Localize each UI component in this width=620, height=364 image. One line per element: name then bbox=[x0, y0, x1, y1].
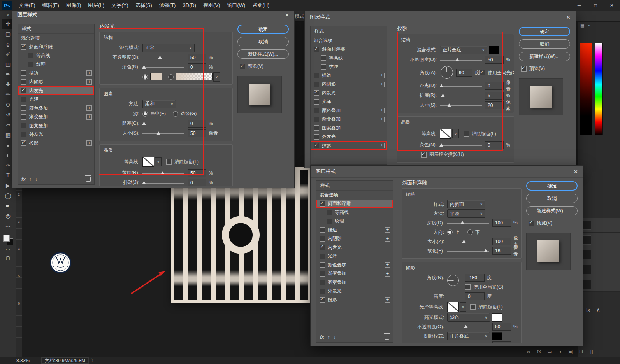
style-checkbox[interactable] bbox=[314, 108, 319, 113]
style-row[interactable]: 外发光 + bbox=[311, 133, 387, 142]
choke-value[interactable]: 0 bbox=[188, 120, 206, 128]
angle-dial[interactable] bbox=[446, 274, 460, 288]
style-row[interactable]: 颜色叠加 + bbox=[311, 106, 387, 115]
contour-picker[interactable] bbox=[142, 157, 154, 167]
direction-down-radio[interactable] bbox=[467, 229, 473, 235]
jitter-slider[interactable] bbox=[142, 180, 184, 186]
style-row[interactable]: 描边 + bbox=[316, 226, 393, 234]
layer-row[interactable] bbox=[578, 262, 620, 277]
add-effect-icon[interactable]: + bbox=[379, 117, 385, 122]
style-checkbox[interactable] bbox=[321, 55, 326, 61]
size-value[interactable]: 50 bbox=[188, 130, 206, 137]
highlight-color-swatch[interactable] bbox=[492, 313, 502, 322]
zoom-tool[interactable]: ◎ bbox=[2, 211, 15, 221]
style-checkbox[interactable] bbox=[320, 245, 325, 250]
opacity-value[interactable]: 50 bbox=[485, 56, 504, 64]
gradient-picker-arrow[interactable]: ∨ bbox=[213, 72, 220, 82]
menu-item[interactable]: 图像(I) bbox=[63, 0, 84, 11]
new-layer-icon[interactable]: ⊞ bbox=[578, 349, 584, 354]
direction-up-radio[interactable] bbox=[447, 229, 453, 235]
move-effect-down-icon[interactable]: ↓ bbox=[35, 177, 37, 182]
style-row[interactable]: 图案叠加 + bbox=[311, 124, 387, 133]
glow-gradient-radio[interactable] bbox=[168, 74, 174, 80]
style-row[interactable]: 内发光 + bbox=[311, 89, 387, 98]
style-checkbox[interactable] bbox=[327, 219, 332, 224]
blend-mode-select[interactable]: 正常∨ bbox=[142, 44, 195, 52]
add-effect-icon[interactable]: + bbox=[86, 79, 92, 85]
ok-button[interactable]: 确定 bbox=[526, 181, 578, 191]
range-slider[interactable] bbox=[142, 170, 184, 176]
blend-mode-select[interactable]: 正片叠底∨ bbox=[440, 46, 487, 54]
style-checkbox[interactable] bbox=[320, 236, 325, 242]
style-checkbox[interactable] bbox=[327, 210, 332, 215]
highlight-mode-select[interactable]: 滤色∨ bbox=[447, 313, 490, 322]
angle-value[interactable]: -180 bbox=[465, 274, 485, 282]
soften-slider[interactable] bbox=[447, 248, 489, 254]
style-checkbox[interactable] bbox=[320, 271, 325, 276]
layer-row[interactable] bbox=[578, 277, 620, 292]
style-row[interactable]: 颜色叠加 + bbox=[18, 104, 94, 113]
style-row[interactable]: 混合选项 + bbox=[316, 191, 393, 200]
cancel-button[interactable]: 取消 bbox=[237, 37, 289, 46]
preview-checkbox[interactable] bbox=[521, 66, 527, 72]
style-row[interactable]: 投影 + bbox=[311, 141, 387, 150]
style-row[interactable]: 斜面和浮雕 + bbox=[316, 200, 393, 208]
add-effect-icon[interactable]: + bbox=[385, 236, 390, 242]
screen-mode-icon[interactable]: ▢ bbox=[2, 254, 15, 262]
style-checkbox[interactable] bbox=[320, 201, 325, 206]
shadow-opacity-value[interactable]: 10 bbox=[492, 341, 511, 343]
noise-slider[interactable] bbox=[142, 65, 184, 70]
menu-item[interactable]: 视图(V) bbox=[200, 0, 223, 11]
altitude-value[interactable]: 0 bbox=[465, 292, 485, 300]
trash-icon[interactable] bbox=[385, 335, 389, 340]
add-effect-icon[interactable]: + bbox=[385, 297, 390, 303]
link-layers-icon[interactable]: ∞ bbox=[525, 349, 532, 354]
style-row[interactable]: 渐变叠加 + bbox=[316, 270, 393, 278]
depth-value[interactable]: 100 bbox=[492, 219, 511, 227]
contour-arrow-icon[interactable]: ∨ bbox=[155, 157, 162, 166]
shadow-mode-select[interactable]: 正片叠底∨ bbox=[447, 332, 490, 340]
contour-arrow-icon[interactable]: ∨ bbox=[452, 129, 459, 138]
highlight-opacity-value[interactable]: 50 bbox=[492, 323, 511, 331]
fx-icon[interactable]: fx bbox=[21, 177, 26, 182]
style-row[interactable]: 斜面和浮雕 + bbox=[311, 45, 387, 54]
angle-dial[interactable] bbox=[440, 65, 454, 80]
cancel-button[interactable]: 取消 bbox=[519, 39, 570, 49]
foreground-color-swatch[interactable] bbox=[3, 235, 10, 242]
style-row[interactable]: 图案叠加 + bbox=[18, 121, 94, 130]
gloss-contour-picker[interactable] bbox=[447, 302, 459, 312]
toolbar-expand-icon[interactable]: » bbox=[7, 11, 9, 19]
zoom-level[interactable]: 8.33% bbox=[16, 358, 30, 363]
menu-item[interactable]: 帮助(H) bbox=[249, 0, 273, 11]
anti-alias-checkbox[interactable] bbox=[464, 131, 469, 136]
style-row[interactable]: 光泽 + bbox=[316, 252, 393, 261]
add-effect-icon[interactable]: + bbox=[379, 82, 385, 87]
layer-row[interactable] bbox=[578, 233, 620, 247]
close-icon[interactable]: ✕ bbox=[566, 14, 571, 20]
style-checkbox[interactable] bbox=[21, 88, 26, 93]
noise-value[interactable]: 0 bbox=[485, 141, 504, 149]
depth-slider[interactable] bbox=[447, 220, 489, 226]
style-checkbox[interactable] bbox=[314, 47, 319, 52]
style-row[interactable]: 光泽 + bbox=[311, 98, 387, 107]
add-effect-icon[interactable]: + bbox=[86, 105, 92, 111]
bevel-style-select[interactable]: 内斜面∨ bbox=[447, 200, 485, 208]
style-checkbox[interactable] bbox=[320, 254, 325, 259]
opacity-value[interactable]: 50 bbox=[188, 54, 206, 61]
style-row[interactable]: 颜色叠加 + bbox=[316, 261, 393, 270]
style-row[interactable]: 内发光 + bbox=[316, 243, 393, 252]
menu-item[interactable]: 滤镜(T) bbox=[156, 0, 179, 11]
style-row[interactable]: 等高线 + bbox=[316, 208, 393, 217]
distance-value[interactable]: 0 bbox=[485, 82, 504, 90]
style-checkbox[interactable] bbox=[21, 105, 26, 111]
add-effect-icon[interactable]: + bbox=[86, 114, 92, 120]
dialog-titlebar[interactable]: 图层样式 ✕ bbox=[305, 11, 576, 23]
style-checkbox[interactable] bbox=[21, 97, 26, 102]
style-row[interactable]: 外发光 + bbox=[18, 130, 94, 139]
contour-picker[interactable] bbox=[440, 129, 451, 139]
menu-item[interactable]: 编辑(E) bbox=[39, 0, 63, 11]
layer-knockout-checkbox[interactable] bbox=[421, 152, 427, 158]
style-checkbox[interactable] bbox=[28, 53, 33, 58]
new-style-button[interactable]: 新建样式(W)... bbox=[526, 206, 578, 215]
hue-spectrum-strip[interactable] bbox=[595, 43, 603, 135]
